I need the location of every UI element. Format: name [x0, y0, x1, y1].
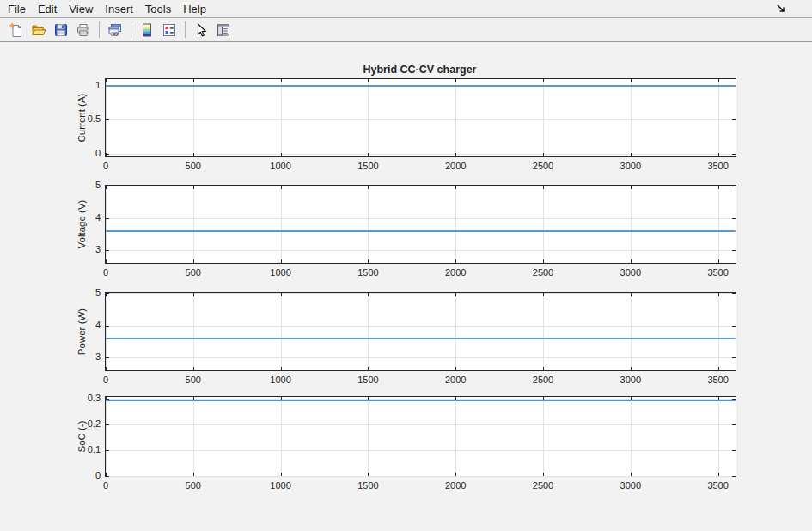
x-tick-label: 0: [80, 161, 131, 171]
x-tick-mark: [631, 473, 632, 476]
y-axis-label-power: Power (W): [76, 308, 87, 355]
side-panel-icon: [216, 22, 231, 38]
x-tick-label: 1500: [342, 161, 394, 171]
x-tick-mark: [281, 259, 282, 263]
menubar: File Edit View Insert Tools Help: [0, 0, 812, 18]
x-tick-label: 3000: [605, 267, 656, 278]
y-tick-label: 0.2: [68, 418, 101, 429]
x-tick-mark: [543, 293, 544, 296]
x-tick-mark: [631, 186, 632, 189]
axes-power: Power (W) 050010001500200025003000350034…: [105, 292, 736, 371]
colormap-icon: [139, 22, 155, 38]
x-tick-label: 3500: [693, 375, 744, 385]
gridline-horizontal: [106, 250, 736, 251]
gridline-vertical: [193, 293, 194, 370]
gridline-vertical: [455, 186, 456, 263]
copy-figure-button[interactable]: [104, 20, 126, 40]
gridline-vertical: [281, 79, 282, 156]
dock-arrow-icon[interactable]: [776, 3, 786, 14]
x-tick-mark: [281, 186, 282, 189]
x-tick-mark: [368, 293, 369, 296]
y-tick-label: 3: [68, 351, 101, 362]
menu-edit[interactable]: Edit: [32, 1, 63, 17]
gridline-horizontal: [106, 293, 736, 294]
toolbar-separator: [99, 21, 100, 38]
save-button[interactable]: [50, 20, 72, 40]
gridline-vertical: [718, 79, 719, 156]
y-tick-mark: [106, 450, 109, 451]
y-tick-mark: [732, 326, 736, 327]
x-tick-mark: [718, 259, 719, 263]
x-tick-label: 1000: [255, 267, 307, 278]
toolbar-separator: [131, 21, 131, 38]
x-tick-label: 500: [168, 161, 219, 171]
x-tick-label: 0: [80, 375, 131, 385]
side-panel-button[interactable]: [212, 20, 235, 40]
toolbar-separator: [185, 21, 186, 38]
x-tick-label: 1000: [255, 161, 307, 171]
copy-figure-icon: [107, 22, 123, 38]
x-tick-mark: [368, 473, 369, 476]
pointer-tool-button[interactable]: [190, 20, 212, 40]
x-tick-mark: [193, 259, 194, 263]
y-tick-label: 5: [68, 287, 101, 297]
gridline-vertical: [631, 186, 632, 263]
menu-insert[interactable]: Insert: [99, 1, 139, 17]
x-tick-mark: [368, 367, 369, 370]
x-tick-mark: [281, 293, 282, 296]
x-tick-label: 2000: [430, 480, 481, 491]
x-tick-mark: [543, 186, 544, 189]
x-tick-mark: [455, 186, 456, 189]
gridline-vertical: [368, 186, 369, 263]
x-tick-mark: [106, 259, 107, 263]
gridline-horizontal: [106, 186, 736, 186]
x-tick-label: 2500: [517, 375, 569, 385]
x-tick-label: 500: [168, 267, 219, 278]
open-file-button[interactable]: [27, 20, 50, 40]
x-tick-label: 1000: [255, 375, 307, 385]
y-axis-label-voltage: Voltage (V): [76, 200, 87, 249]
gridline-vertical: [718, 186, 719, 263]
menu-tools[interactable]: Tools: [139, 1, 177, 17]
properties-button[interactable]: [158, 20, 180, 40]
x-tick-mark: [106, 79, 107, 82]
x-tick-label: 500: [168, 375, 219, 385]
y-tick-mark: [106, 357, 109, 358]
y-tick-mark: [732, 186, 736, 186]
gridline-horizontal: [106, 218, 736, 219]
y-tick-mark: [732, 119, 736, 120]
menu-file[interactable]: File: [2, 1, 32, 17]
x-tick-mark: [543, 79, 544, 82]
y-tick-mark: [106, 476, 109, 477]
gridline-vertical: [718, 293, 719, 370]
gridline-vertical: [368, 293, 369, 370]
gridline-vertical: [543, 397, 544, 476]
x-tick-mark: [455, 79, 456, 82]
x-tick-mark: [368, 153, 369, 156]
data-line: [106, 338, 736, 339]
axes-voltage: Voltage (V) 0500100015002000250030003500…: [105, 185, 736, 264]
x-tick-mark: [368, 186, 369, 189]
gridline-vertical: [106, 79, 107, 156]
gridline-vertical: [281, 186, 282, 263]
colormap-button[interactable]: [136, 20, 158, 40]
y-tick-mark: [106, 186, 109, 186]
x-tick-label: 3500: [693, 161, 744, 171]
data-line: [106, 85, 736, 87]
x-tick-mark: [543, 259, 544, 263]
menu-view[interactable]: View: [63, 1, 99, 17]
toolbar: [0, 18, 812, 42]
x-tick-label: 3000: [605, 161, 656, 171]
gridline-horizontal: [106, 450, 736, 451]
x-tick-mark: [631, 293, 632, 296]
x-tick-mark: [281, 473, 282, 476]
y-tick-mark: [732, 293, 736, 294]
x-tick-mark: [106, 367, 107, 370]
new-figure-button[interactable]: [5, 20, 27, 40]
x-tick-label: 2000: [430, 375, 481, 385]
print-icon: [76, 22, 91, 38]
print-button[interactable]: [72, 20, 95, 40]
menu-help[interactable]: Help: [177, 1, 212, 17]
y-tick-label: 4: [68, 212, 101, 223]
x-tick-label: 3500: [693, 267, 744, 278]
